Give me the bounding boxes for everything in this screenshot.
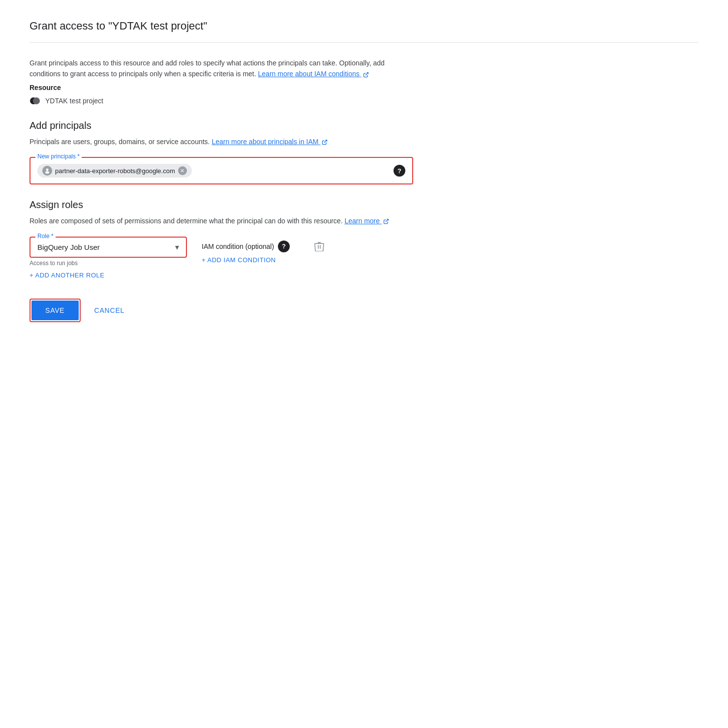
external-link-roles-icon — [383, 218, 389, 224]
learn-more-iam-link[interactable]: Learn more about IAM conditions — [258, 70, 369, 78]
svg-point-4 — [46, 169, 49, 171]
iam-condition-help-icon[interactable]: ? — [278, 241, 290, 252]
roles-description: Roles are composed of sets of permission… — [30, 215, 413, 226]
iam-condition-area: IAM condition (optional) ? + ADD IAM CON… — [202, 241, 290, 264]
add-principals-section: Add principals Principals are users, gro… — [30, 120, 698, 184]
external-link-principals-icon — [322, 139, 328, 145]
actions-row: SAVE CANCEL — [30, 299, 698, 322]
resource-label: Resource — [30, 84, 698, 91]
role-row: Role * BigQuery Job User ▾ Access to run… — [30, 237, 698, 267]
save-button[interactable]: SAVE — [31, 301, 79, 320]
role-field-label: Role * — [35, 233, 56, 240]
principal-chip: partner-data-exporter-robots@google.com … — [37, 164, 192, 178]
learn-more-principals-link[interactable]: Learn more about principals in IAM — [212, 138, 328, 146]
assign-roles-section: Assign roles Roles are composed of sets … — [30, 199, 698, 278]
svg-line-3 — [324, 140, 327, 143]
add-principals-title: Add principals — [30, 120, 698, 131]
svg-line-0 — [365, 72, 368, 75]
delete-role-icon[interactable] — [314, 241, 324, 254]
chip-email: partner-data-exporter-robots@google.com — [55, 167, 175, 175]
dropdown-arrow-icon: ▾ — [175, 243, 179, 252]
new-principals-input[interactable]: New principals * partner-data-exporter-r… — [30, 157, 413, 184]
principals-help-icon[interactable]: ? — [394, 165, 405, 177]
iam-condition-label: IAM condition (optional) — [202, 243, 274, 250]
external-link-icon — [363, 72, 369, 78]
svg-point-5 — [45, 171, 49, 174]
svg-point-2 — [33, 97, 40, 104]
svg-line-6 — [386, 219, 389, 222]
chip-close-button[interactable]: ✕ — [178, 166, 187, 175]
add-iam-condition-button[interactable]: + ADD IAM CONDITION — [202, 256, 290, 264]
role-selected-value: BigQuery Job User — [37, 243, 100, 251]
resource-item: YDTAK test project — [30, 96, 698, 105]
project-icon — [30, 96, 40, 105]
page-title: Grant access to "YDTAK test project" — [30, 20, 698, 43]
chip-avatar — [42, 166, 52, 176]
description-text: Grant principals access to this resource… — [30, 58, 413, 80]
cancel-button[interactable]: CANCEL — [91, 301, 129, 320]
principals-field-label: New principals * — [35, 153, 82, 160]
resource-section: Resource YDTAK test project — [30, 84, 698, 105]
add-another-role-button[interactable]: + ADD ANOTHER ROLE — [30, 272, 104, 279]
learn-more-roles-link[interactable]: Learn more — [344, 217, 389, 225]
role-description: Access to run jobs — [30, 260, 187, 267]
role-select-wrapper[interactable]: Role * BigQuery Job User ▾ — [30, 237, 187, 258]
assign-roles-title: Assign roles — [30, 199, 698, 211]
principals-chip-area: partner-data-exporter-robots@google.com … — [37, 164, 394, 178]
save-button-wrapper: SAVE — [30, 299, 81, 322]
principals-description: Principals are users, groups, domains, o… — [30, 136, 413, 147]
project-name: YDTAK test project — [45, 97, 103, 105]
role-select[interactable]: BigQuery Job User ▾ — [37, 243, 179, 252]
iam-condition-header: IAM condition (optional) ? — [202, 241, 290, 252]
